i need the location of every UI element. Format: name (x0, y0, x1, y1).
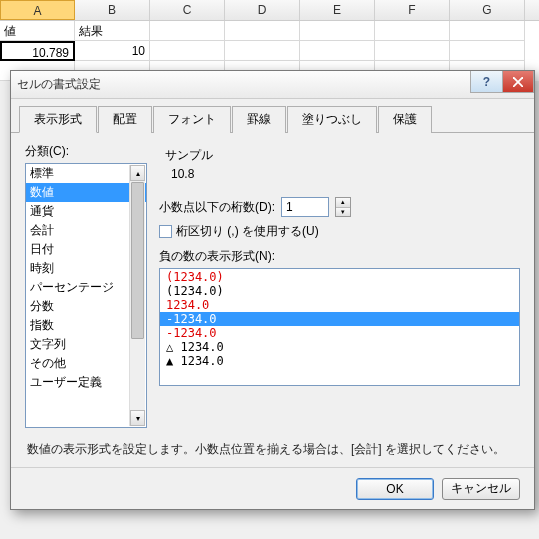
col-header-g[interactable]: G (450, 0, 525, 20)
negative-format-item[interactable]: -1234.0 (160, 312, 519, 326)
tab-fill[interactable]: 塗りつぶし (287, 106, 377, 133)
category-item[interactable]: 指数 (26, 316, 146, 335)
dialog-tabs: 表示形式 配置 フォント 罫線 塗りつぶし 保護 (11, 99, 534, 133)
dialog-buttons: OK キャンセル (11, 467, 534, 509)
negative-format-item[interactable]: (1234.0) (160, 284, 519, 298)
col-header-b[interactable]: B (75, 0, 150, 20)
category-item[interactable]: その他 (26, 354, 146, 373)
cell-f2[interactable] (375, 41, 450, 61)
category-item[interactable]: 通貨 (26, 202, 146, 221)
category-item[interactable]: 日付 (26, 240, 146, 259)
category-label: 分類(C): (25, 143, 147, 160)
category-item[interactable]: ユーザー定義 (26, 373, 146, 392)
spreadsheet-grid: A B C D E F G 値 結果 10.789 10 (0, 0, 539, 81)
category-item[interactable]: 時刻 (26, 259, 146, 278)
negative-label: 負の数の表示形式(N): (159, 248, 520, 265)
tab-number-format[interactable]: 表示形式 (19, 106, 97, 133)
help-button[interactable]: ? (470, 71, 502, 93)
spin-down-icon[interactable]: ▾ (336, 208, 350, 217)
cell-f1[interactable] (375, 21, 450, 41)
category-item[interactable]: 数値 (26, 183, 146, 202)
cell-c2[interactable] (150, 41, 225, 61)
dialog-title: セルの書式設定 (17, 76, 101, 93)
cell-a1[interactable]: 値 (0, 21, 75, 41)
category-item[interactable]: 文字列 (26, 335, 146, 354)
cell-c1[interactable] (150, 21, 225, 41)
cell-e2[interactable] (300, 41, 375, 61)
cell-b2[interactable]: 10 (75, 41, 150, 61)
cell-b1[interactable]: 結果 (75, 21, 150, 41)
sample-value: 10.8 (165, 167, 514, 181)
col-header-e[interactable]: E (300, 0, 375, 20)
scroll-up-icon[interactable]: ▴ (130, 165, 145, 181)
cell-g2[interactable] (450, 41, 525, 61)
sample-label: サンプル (165, 147, 514, 164)
decimals-label: 小数点以下の桁数(D): (159, 199, 275, 216)
col-header-c[interactable]: C (150, 0, 225, 20)
help-icon: ? (483, 75, 490, 89)
negative-format-item[interactable]: (1234.0) (160, 270, 519, 284)
category-item[interactable]: パーセンテージ (26, 278, 146, 297)
tab-font[interactable]: フォント (153, 106, 231, 133)
category-list[interactable]: 標準数値通貨会計日付時刻パーセンテージ分数指数文字列その他ユーザー定義 ▴ ▾ (25, 163, 147, 428)
column-headers: A B C D E F G (0, 0, 539, 21)
scroll-thumb[interactable] (131, 182, 144, 339)
negative-format-item[interactable]: ▲ 1234.0 (160, 354, 519, 368)
thousands-checkbox[interactable] (159, 225, 172, 238)
format-cells-dialog: セルの書式設定 ? 表示形式 配置 フォント 罫線 塗りつぶし 保護 分類(C)… (10, 70, 535, 510)
scrollbar[interactable]: ▴ ▾ (129, 165, 145, 426)
ok-button[interactable]: OK (356, 478, 434, 500)
negative-format-item[interactable]: 1234.0 (160, 298, 519, 312)
help-text: 数値の表示形式を設定します。小数点位置を揃える場合は、[会計] を選択してくださ… (11, 431, 534, 468)
close-button[interactable] (502, 71, 534, 93)
decimals-input[interactable] (281, 197, 329, 217)
tab-protection[interactable]: 保護 (378, 106, 432, 133)
spin-up-icon[interactable]: ▴ (336, 198, 350, 208)
category-item[interactable]: 分数 (26, 297, 146, 316)
cancel-button[interactable]: キャンセル (442, 478, 520, 500)
negative-format-item[interactable]: -1234.0 (160, 326, 519, 340)
decimals-spinner[interactable]: ▴ ▾ (335, 197, 351, 217)
cell-d2[interactable] (225, 41, 300, 61)
col-header-d[interactable]: D (225, 0, 300, 20)
negative-format-item[interactable]: △ 1234.0 (160, 340, 519, 354)
cell-g1[interactable] (450, 21, 525, 41)
col-header-a[interactable]: A (0, 0, 75, 20)
scroll-down-icon[interactable]: ▾ (130, 410, 145, 426)
close-icon (513, 77, 523, 87)
cell-e1[interactable] (300, 21, 375, 41)
tab-border[interactable]: 罫線 (232, 106, 286, 133)
cell-a2[interactable]: 10.789 (0, 41, 75, 61)
negative-format-list[interactable]: (1234.0)(1234.0)1234.0-1234.0-1234.0△ 12… (159, 268, 520, 386)
dialog-titlebar[interactable]: セルの書式設定 ? (11, 71, 534, 99)
category-item[interactable]: 会計 (26, 221, 146, 240)
col-header-f[interactable]: F (375, 0, 450, 20)
cell-d1[interactable] (225, 21, 300, 41)
thousands-label: 桁区切り (,) を使用する(U) (176, 223, 319, 240)
tab-alignment[interactable]: 配置 (98, 106, 152, 133)
category-item[interactable]: 標準 (26, 164, 146, 183)
